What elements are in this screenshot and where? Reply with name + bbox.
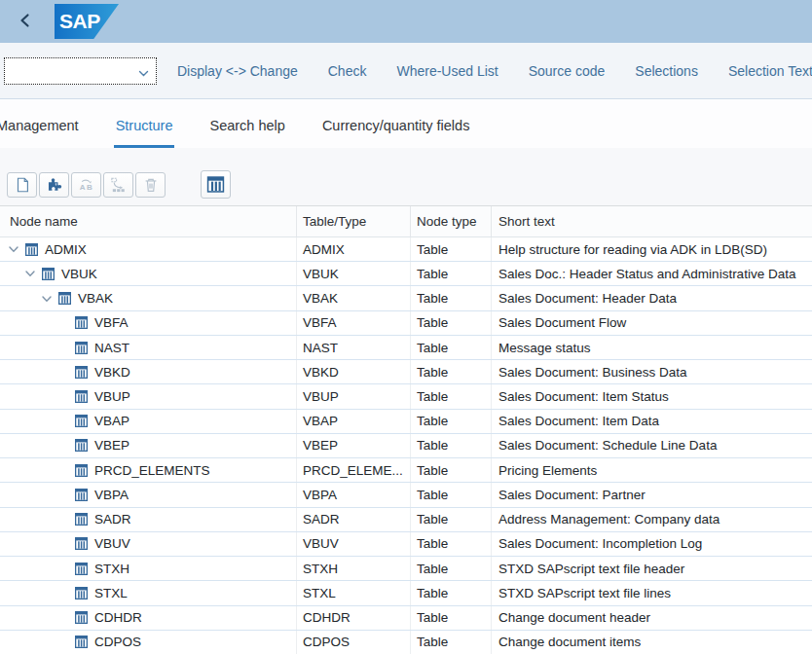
node-name-cell: CDPOS xyxy=(0,631,297,654)
node-name-label[interactable]: VBEP xyxy=(94,438,129,453)
short-text-cell: STXD SAPscript text file lines xyxy=(492,581,812,604)
node-name-cell: VBPA xyxy=(0,483,297,506)
table-display-button[interactable] xyxy=(201,170,231,199)
node-name-cell: STXH xyxy=(0,557,297,580)
node-name-label[interactable]: PRCD_ELEMENTS xyxy=(94,463,210,478)
node-name-label[interactable]: VBUV xyxy=(94,536,130,551)
short-text-cell: Sales Document: Partner xyxy=(492,483,812,506)
table-node-icon xyxy=(75,316,88,329)
node-name-label[interactable]: CDPOS xyxy=(94,635,141,649)
table-row[interactable]: SADRSADRTableAddress Management: Company… xyxy=(0,508,812,532)
table-type-cell: VBFA xyxy=(297,311,411,335)
short-text-cell: Change document items xyxy=(492,631,812,654)
chevron-down-icon[interactable] xyxy=(137,66,150,84)
table-row[interactable]: PRCD_ELEMENTSPRCD_ELEME...TablePricing E… xyxy=(0,458,812,483)
rename-node-button[interactable]: AB xyxy=(71,172,101,198)
table-type-cell: VBKD xyxy=(297,360,411,383)
table-row[interactable]: VBUKVBUKTableSales Doc.: Header Status a… xyxy=(0,262,812,286)
column-header-short-text[interactable]: Short text xyxy=(492,206,812,236)
table-row[interactable]: VBPAVBPATableSales Document: Partner xyxy=(0,483,812,507)
menu-item-selection-texts[interactable]: Selection Texts xyxy=(728,63,812,79)
tab-structure[interactable]: Structure xyxy=(114,118,175,148)
node-name-cell: VBKD xyxy=(0,360,297,383)
command-input[interactable] xyxy=(12,63,183,78)
node-name-label[interactable]: CDHDR xyxy=(94,610,142,625)
table-row[interactable]: VBEPVBEPTableSales Document: Schedule Li… xyxy=(0,434,812,458)
column-header-node-type[interactable]: Node type xyxy=(411,206,492,236)
node-name-label[interactable]: STXL xyxy=(94,586,128,600)
table-row[interactable]: VBKDVBKDTableSales Document: Business Da… xyxy=(0,360,812,384)
create-node-button[interactable] xyxy=(7,172,37,198)
table-row[interactable]: CDPOSCDPOSTableChange document items xyxy=(0,631,812,654)
table-row[interactable]: VBUPVBUPTableSales Document: Item Status xyxy=(0,384,812,409)
expand-chevron-icon[interactable] xyxy=(41,293,58,305)
node-name-cell: VBUV xyxy=(0,532,297,556)
node-name-label[interactable]: SADR xyxy=(94,512,131,527)
node-type-cell: Table xyxy=(411,262,492,285)
menu-item-source-code[interactable]: Source code xyxy=(529,63,606,79)
tree-indent xyxy=(0,372,57,373)
column-header-node-name[interactable]: Node name xyxy=(0,206,297,236)
node-type-cell: Table xyxy=(411,483,492,506)
new-page-icon xyxy=(14,176,31,194)
table-row[interactable]: VBUVVBUVTableSales Document: Incompletio… xyxy=(0,532,812,557)
short-text-cell: Sales Doc.: Header Status and Administra… xyxy=(492,262,812,285)
table-type-cell: SADR xyxy=(297,508,411,531)
node-name-cell: VBUK xyxy=(0,262,297,285)
table-row[interactable]: VBAKVBAKTableSales Document: Header Data xyxy=(0,286,812,310)
reassign-node-button[interactable] xyxy=(103,172,133,198)
node-type-cell: Table xyxy=(411,286,492,309)
node-name-label[interactable]: VBAK xyxy=(78,291,113,306)
table-row[interactable]: STXHSTXHTableSTXD SAPscript text file he… xyxy=(0,557,812,581)
node-name-label[interactable]: VBKD xyxy=(94,365,130,380)
table-header-row: Node nameTable/TypeNode typeShort text xyxy=(0,206,812,237)
table-row[interactable]: VBAPVBAPTableSales Document: Item Data xyxy=(0,410,812,434)
node-name-label[interactable]: VBFA xyxy=(94,315,129,330)
tab-currency-quantity-fields[interactable]: Currency/quantity fields xyxy=(320,118,472,148)
node-name-cell: NAST xyxy=(0,336,297,359)
menu-item-display-change[interactable]: Display <-> Change xyxy=(177,63,298,79)
tree-indent xyxy=(0,249,8,250)
node-name-label[interactable]: NAST xyxy=(94,341,129,355)
menu-item-where-used-list[interactable]: Where-Used List xyxy=(396,63,498,79)
node-name-label[interactable]: VBPA xyxy=(94,488,129,502)
expand-chevron-icon[interactable] xyxy=(24,268,42,279)
table-row[interactable]: ADMIXADMIXTableHelp structure for readin… xyxy=(0,237,812,262)
menu-item-check[interactable]: Check xyxy=(328,63,367,79)
tree-indent xyxy=(0,593,57,594)
delete-node-button[interactable] xyxy=(135,172,166,198)
expand-chevron-icon[interactable] xyxy=(8,243,25,255)
node-name-cell: SADR xyxy=(0,508,297,531)
node-name-cell: VBFA xyxy=(0,311,297,335)
node-type-cell: Table xyxy=(411,336,492,359)
node-name-label[interactable]: ADMIX xyxy=(45,242,87,257)
tree-indent xyxy=(0,641,57,642)
table-row[interactable]: CDHDRCDHDRTableChange document header xyxy=(0,606,812,631)
short-text-cell: Pricing Elements xyxy=(492,458,812,482)
tree-indent xyxy=(0,568,57,569)
node-name-label[interactable]: VBAP xyxy=(94,414,129,428)
table-type-cell: VBAK xyxy=(297,286,411,309)
table-type-cell: VBAP xyxy=(297,410,411,433)
node-name-label[interactable]: VBUP xyxy=(94,389,130,404)
tab-management[interactable]: Management xyxy=(0,118,81,148)
tree-indent xyxy=(0,445,57,446)
tab-search-help[interactable]: Search help xyxy=(207,118,286,148)
node-name-label[interactable]: STXH xyxy=(94,562,129,576)
table-row[interactable]: STXLSTXLTableSTXD SAPscript text file li… xyxy=(0,581,812,605)
menu-item-selections[interactable]: Selections xyxy=(635,63,698,79)
back-button[interactable] xyxy=(12,8,39,35)
short-text-cell: Sales Document: Schedule Line Data xyxy=(492,434,812,457)
sap-window: SAP Display <-> ChangeCheckWhere-Used Li… xyxy=(0,0,812,654)
node-type-cell: Table xyxy=(411,360,492,383)
node-name-label[interactable]: VBUK xyxy=(61,267,97,281)
table-row[interactable]: VBFAVBFATableSales Document Flow xyxy=(0,311,812,336)
table-row[interactable]: NASTNASTTableMessage status xyxy=(0,336,812,360)
node-name-cell: CDHDR xyxy=(0,606,297,630)
insert-node-button[interactable] xyxy=(39,172,69,198)
node-type-cell: Table xyxy=(411,508,492,531)
command-combobox[interactable] xyxy=(4,57,157,85)
column-header-table-type[interactable]: Table/Type xyxy=(297,206,411,236)
tree-indent xyxy=(0,322,57,323)
short-text-cell: Sales Document: Business Data xyxy=(492,360,812,383)
